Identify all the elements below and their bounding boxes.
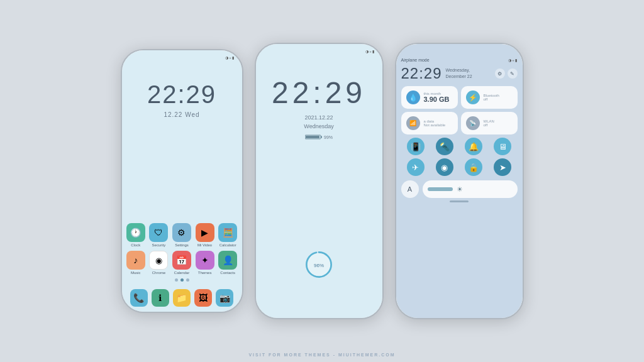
- list-item[interactable]: ▶ Mi Video: [194, 223, 216, 247]
- wlan-tile[interactable]: 📡 WLAN off: [461, 112, 518, 134]
- list-item[interactable]: ⚙ Settings: [171, 223, 192, 247]
- alarm-button[interactable]: 🔔: [465, 138, 482, 155]
- list-item[interactable]: ◉ Chrome: [148, 251, 169, 275]
- themes-app-icon: ✦: [196, 251, 214, 270]
- watermark: VISIT FOR MORE THEMES - MIUITHEMER.COM: [0, 353, 644, 357]
- status-bar-1: ◑ + ▮: [225, 55, 235, 60]
- font-label: A: [408, 185, 412, 193]
- phone1: ◑ + ▮ 22:29 12.22 Wed 🕐 Clock 🛡 Security…: [121, 49, 243, 313]
- bt-tile-text: Bluetooth off: [484, 94, 499, 101]
- control-date: Wednesday, December 22: [446, 67, 472, 80]
- dot-active: [180, 278, 184, 282]
- chrome-app-label: Chrome: [152, 271, 165, 275]
- phone3-wrap: Airplane mode ◑ + ▮ 22:29 Wednesday, Dec…: [395, 43, 524, 319]
- app-row-1: 🕐 Clock 🛡 Security ⚙ Settings ▶ Mi Video…: [122, 223, 242, 247]
- edit-icons: ⚙ ✎: [495, 69, 518, 79]
- svg-text:96%: 96%: [314, 263, 324, 268]
- sun-icon: ☀: [457, 185, 463, 194]
- app-row-2: ♪ Music ◉ Chrome 📅 Calendar ✦ Themes 👤: [122, 251, 242, 275]
- control-top-bar: Airplane mode ◑ + ▮: [401, 58, 518, 62]
- lock-date-line1: 2021.12.22: [304, 114, 333, 121]
- toggle-row-2: ✈ ◉ 🔒 ➤: [401, 158, 518, 176]
- svg-rect-1: [321, 136, 322, 138]
- location-button[interactable]: ➤: [494, 158, 511, 176]
- wlan-sub: off: [484, 123, 494, 127]
- data-tile-text: a data Not available: [424, 119, 446, 127]
- wlan-tile-text: WLAN off: [484, 119, 494, 127]
- brightness-fill: [428, 187, 453, 191]
- list-item[interactable]: 🕐 Clock: [125, 223, 147, 247]
- font-button[interactable]: A: [401, 180, 419, 198]
- page-indicator: [175, 278, 189, 282]
- settings-app-icon: ⚙: [172, 223, 191, 242]
- control-date-2: December 22: [446, 74, 472, 79]
- mivideo-app-label: Mi Video: [197, 243, 212, 247]
- control-tiles: 💧 this month 3.90 GB ⚡ Bluetooth off 📶: [401, 86, 518, 134]
- settings-app-label: Settings: [175, 243, 189, 247]
- bluetooth-tile[interactable]: ⚡ Bluetooth off: [461, 86, 518, 109]
- control-clock-row: 22:29 Wednesday, December 22 ⚙ ✎: [401, 65, 518, 82]
- data-tile[interactable]: 📶 a data Not available: [401, 112, 458, 134]
- flashlight-button[interactable]: 🔦: [436, 138, 453, 155]
- svg-rect-2: [306, 136, 319, 138]
- water-tile[interactable]: 💧 this month 3.90 GB: [401, 86, 458, 109]
- list-item[interactable]: 🧮 Calculator: [217, 223, 238, 247]
- music-app-label: Music: [131, 271, 141, 275]
- calendar-app-icon: 📅: [172, 251, 191, 270]
- calc-app-icon: 🧮: [218, 223, 237, 242]
- themes-app-label: Themes: [198, 271, 212, 275]
- lock-date-line2: Wednesday: [304, 123, 333, 129]
- nfc-button[interactable]: ◉: [436, 158, 453, 176]
- battery-icon: [305, 134, 323, 140]
- list-item[interactable]: ♪ Music: [125, 251, 147, 275]
- home-date: 12.22 Wed: [164, 111, 199, 118]
- phone2: ◑ + ▮ 22:29 2021.12.22 Wednesday 99%: [255, 43, 384, 319]
- bt-sub: off: [484, 97, 499, 101]
- security-app-icon: 🛡: [149, 223, 168, 242]
- list-item[interactable]: ✦ Themes: [194, 251, 216, 275]
- wlan-icon: 📡: [466, 116, 480, 130]
- lock-clock: 22:29: [272, 75, 366, 110]
- dock-info[interactable]: ℹ: [152, 289, 169, 307]
- home-clock: 22:29: [147, 80, 216, 109]
- water-value: 3.90 GB: [424, 96, 450, 103]
- control-date-1: Wednesday,: [446, 68, 470, 72]
- battery-bar: 99%: [305, 134, 333, 140]
- dock-camera[interactable]: 📷: [216, 289, 233, 307]
- chrome-app-icon: ◉: [149, 251, 168, 270]
- contacts-app-label: Contacts: [220, 271, 235, 275]
- phone3-screen: Airplane mode ◑ + ▮ 22:29 Wednesday, Dec…: [396, 44, 523, 318]
- status-icons-3: ◑ + ▮: [508, 58, 518, 62]
- list-item[interactable]: 📅 Calendar: [171, 251, 192, 275]
- list-item[interactable]: 👤 Contacts: [217, 251, 238, 275]
- status-bar-2: ◑ + ▮: [365, 49, 375, 53]
- water-tile-text: this month 3.90 GB: [424, 92, 450, 103]
- bluetooth-icon: ⚡: [466, 90, 480, 104]
- phone1-screen: ◑ + ▮ 22:29 12.22 Wed 🕐 Clock 🛡 Security…: [122, 50, 242, 312]
- dock-bar: 📞 ℹ 📁 🖼 📷: [122, 287, 242, 312]
- phone2-screen: ◑ + ▮ 22:29 2021.12.22 Wednesday 99%: [256, 44, 382, 318]
- home-indicator: [450, 200, 469, 202]
- status-icons-1: ◑ + ▮: [225, 55, 235, 60]
- list-item[interactable]: 🛡 Security: [148, 223, 169, 247]
- edit-icon[interactable]: ✎: [508, 69, 518, 79]
- clock-app-icon: 🕐: [126, 223, 145, 242]
- water-icon: 💧: [406, 90, 420, 104]
- calendar-app-label: Calendar: [174, 271, 189, 275]
- settings-icon[interactable]: ⚙: [495, 69, 505, 79]
- airplane-button[interactable]: ✈: [407, 158, 425, 176]
- brightness-slider[interactable]: ☀: [423, 180, 518, 198]
- lock-button[interactable]: 🔒: [465, 158, 482, 176]
- dock-gallery[interactable]: 🖼: [194, 289, 212, 307]
- data-icon: 📶: [406, 116, 420, 130]
- contacts-app-icon: 👤: [218, 251, 237, 270]
- battery-pct: 99%: [324, 135, 333, 140]
- toggle-row-1: 📳 🔦 🔔 🖥: [401, 138, 518, 155]
- screencast-button[interactable]: 🖥: [494, 138, 511, 155]
- mivideo-app-icon: ▶: [196, 223, 214, 242]
- control-clock: 22:29: [401, 65, 442, 82]
- clock-app-label: Clock: [131, 243, 140, 247]
- dock-phone[interactable]: 📞: [130, 289, 148, 307]
- dock-files[interactable]: 📁: [173, 289, 191, 307]
- vibrate-button[interactable]: 📳: [407, 138, 425, 155]
